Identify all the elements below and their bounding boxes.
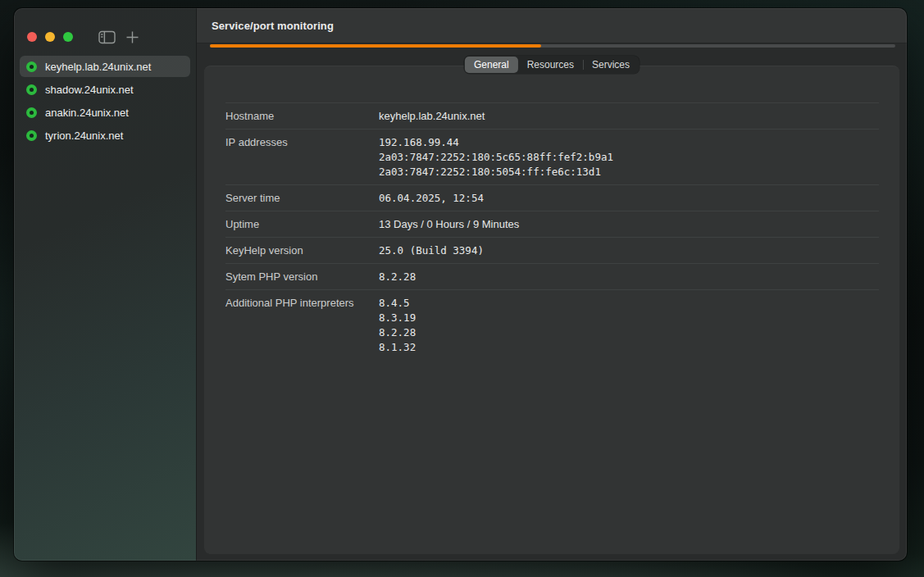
server-name: keyhelp.lab.24unix.net xyxy=(45,61,151,73)
tab-segmented-control: GeneralResourcesServices xyxy=(464,56,640,74)
app-window: keyhelp.lab.24unix.netshadow.24unix.neta… xyxy=(14,8,907,561)
online-status-icon xyxy=(26,107,37,118)
info-table: Hostnamekeyhelp.lab.24unix.netIP address… xyxy=(225,102,879,360)
general-info-panel: Hostnamekeyhelp.lab.24unix.netIP address… xyxy=(204,66,899,554)
info-value: 8.2.28 xyxy=(379,270,416,284)
info-row: Uptime13 Days / 0 Hours / 9 Minutes xyxy=(225,211,879,237)
info-value-line: 8.2.28 xyxy=(379,325,416,340)
minimize-button[interactable] xyxy=(45,32,55,42)
info-value-line: keyhelp.lab.24unix.net xyxy=(379,109,485,124)
window-controls xyxy=(14,8,196,43)
info-value-line: 8.1.32 xyxy=(379,340,416,355)
info-value: 06.04.2025, 12:54 xyxy=(379,191,484,206)
info-value-line: 2a03:7847:2252:180:5054:ff:fe6c:13d1 xyxy=(379,165,613,179)
server-name: tyrion.24unix.net xyxy=(45,129,123,142)
info-row: Sytem PHP version8.2.28 xyxy=(225,263,879,289)
server-name: anakin.24unix.net xyxy=(45,107,129,119)
info-value: 13 Days / 0 Hours / 9 Minutes xyxy=(379,217,519,232)
info-row: Server time06.04.2025, 12:54 xyxy=(225,184,879,211)
server-list: keyhelp.lab.24unix.netshadow.24unix.neta… xyxy=(14,56,196,146)
info-row: Hostnamekeyhelp.lab.24unix.net xyxy=(225,102,879,129)
info-value-line: 06.04.2025, 12:54 xyxy=(379,191,484,206)
online-status-icon xyxy=(26,84,37,95)
info-row: IP addresses192.168.99.442a03:7847:2252:… xyxy=(225,129,879,184)
info-label: Uptime xyxy=(225,217,379,232)
info-label: IP addresses xyxy=(225,135,379,179)
info-value-line: 25.0 (Build 3394) xyxy=(379,243,484,258)
info-value: 25.0 (Build 3394) xyxy=(379,243,484,258)
info-value-line: 2a03:7847:2252:180:5c65:88ff:fef2:b9a1 xyxy=(379,150,613,165)
toggle-sidebar-icon[interactable] xyxy=(98,30,116,44)
info-value: keyhelp.lab.24unix.net xyxy=(379,109,485,124)
info-label: Additional PHP interpreters xyxy=(225,296,379,355)
sidebar-server-item[interactable]: tyrion.24unix.net xyxy=(20,125,190,146)
sidebar: keyhelp.lab.24unix.netshadow.24unix.neta… xyxy=(14,8,197,561)
info-row: KeyHelp version25.0 (Build 3394) xyxy=(225,237,879,263)
sidebar-server-item[interactable]: shadow.24unix.net xyxy=(20,79,190,100)
info-label: Server time xyxy=(225,191,379,206)
info-value: 8.4.58.3.198.2.288.1.32 xyxy=(379,296,416,355)
add-icon[interactable] xyxy=(125,30,139,44)
info-value-line: 8.2.28 xyxy=(379,270,416,284)
online-status-icon xyxy=(26,61,37,72)
info-value-line: 8.4.5 xyxy=(379,296,416,311)
close-button[interactable] xyxy=(27,32,37,42)
info-label: Hostname xyxy=(225,109,379,124)
info-value-line: 13 Days / 0 Hours / 9 Minutes xyxy=(379,217,519,232)
info-label: KeyHelp version xyxy=(225,243,379,258)
info-row: Additional PHP interpreters8.4.58.3.198.… xyxy=(225,289,879,360)
sidebar-server-item[interactable]: anakin.24unix.net xyxy=(20,102,190,123)
progress-bar-fill xyxy=(210,44,541,48)
info-label: Sytem PHP version xyxy=(225,270,379,284)
main-panel: Service/port monitoring GeneralResources… xyxy=(197,8,907,561)
info-value-line: 8.3.19 xyxy=(379,311,416,325)
titlebar: Service/port monitoring xyxy=(197,8,907,43)
online-status-icon xyxy=(26,130,37,141)
tab-services[interactable]: Services xyxy=(583,57,639,73)
desktop-background: keyhelp.lab.24unix.netshadow.24unix.neta… xyxy=(0,0,924,577)
server-name: shadow.24unix.net xyxy=(45,84,134,96)
tab-general[interactable]: General xyxy=(465,57,518,73)
info-value: 192.168.99.442a03:7847:2252:180:5c65:88f… xyxy=(379,135,613,179)
zoom-button[interactable] xyxy=(63,32,73,42)
page-title: Service/port monitoring xyxy=(212,20,334,32)
tab-resources[interactable]: Resources xyxy=(518,57,583,73)
progress-bar xyxy=(210,44,895,48)
info-value-line: 192.168.99.44 xyxy=(379,135,613,150)
sidebar-server-item[interactable]: keyhelp.lab.24unix.net xyxy=(20,56,190,77)
